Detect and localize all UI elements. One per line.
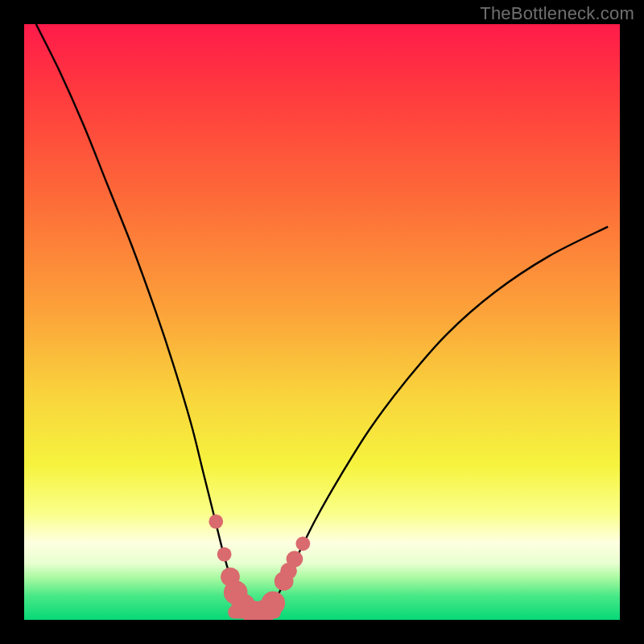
curve-marker [217,547,232,562]
gradient-background [24,24,620,620]
watermark-text: TheBottleneck.com [480,3,634,24]
bottleneck-chart [24,24,620,620]
curve-marker [262,591,286,615]
curve-marker [208,514,223,529]
curve-marker [287,551,303,568]
chart-stage: TheBottleneck.com [0,0,644,644]
curve-marker [295,536,310,551]
plot-area [24,24,620,620]
